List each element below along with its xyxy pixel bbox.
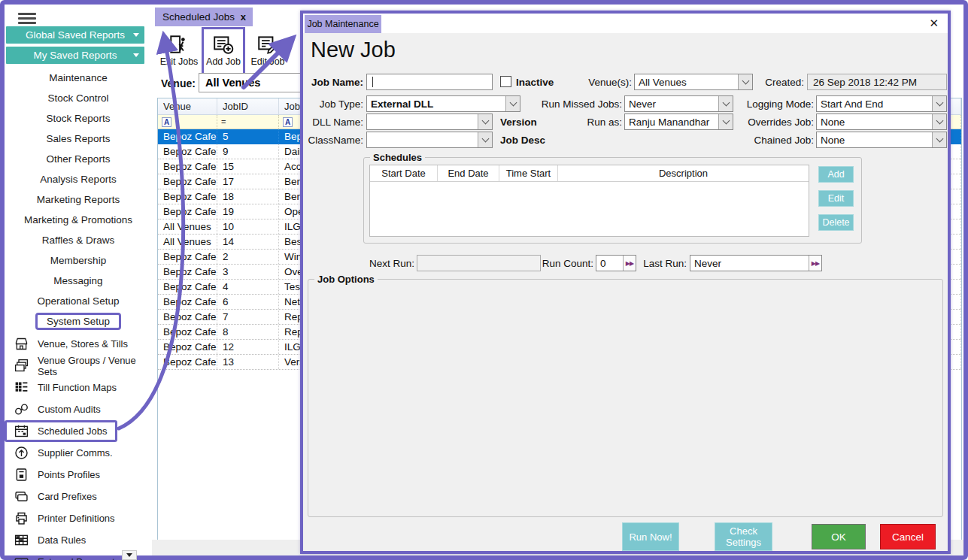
group-label: Global Saved Reports [26,29,125,41]
sidebar-setup-items: Venue, Stores & TillsVenue Groups / Venu… [5,333,152,560]
chevron-down-icon [505,96,520,111]
sidebar-item-messaging[interactable]: Messaging [5,271,152,291]
created-value: 26 Sep 2018 12:42 PM [807,74,947,90]
app-window: Global Saved Reports My Saved Reports Ma… [0,0,968,560]
sidebar-item-stock-control[interactable]: Stock Control [5,88,152,108]
sidebar-item-sales-reports[interactable]: Sales Reports [5,129,152,149]
tab-scheduled-jobs[interactable]: Scheduled Jobs x [155,8,253,26]
last-run-field[interactable]: Never ▶▶ [690,255,822,271]
add-job-button[interactable]: Add Job [202,27,245,77]
cell-jobid: 14 [217,235,279,249]
sidebar-item-analysis-reports[interactable]: Analysis Reports [5,169,152,189]
sidebar-group-my-saved-reports[interactable]: My Saved Reports [6,47,144,64]
cell-jobid: 15 [217,159,279,174]
cell-venue: Bepoz Cafe [158,204,217,219]
text-filter-icon[interactable]: A [162,117,171,127]
storefront-icon [14,336,29,352]
cell-venue: Bepoz Cafe [158,129,217,144]
calendar-icon [14,423,29,439]
job-type-dropdown[interactable]: External DLL [366,95,520,112]
sidebar-item-venue-stores-tills[interactable]: Venue, Stores & Tills [5,333,152,355]
sidebar-item-till-function-maps[interactable]: Till Function Maps [5,377,152,398]
cell-jobid: 12 [217,340,279,354]
cell-venue: Bepoz Cafe [158,340,217,354]
schedules-legend: Schedules [370,152,425,163]
dll-name-dropdown[interactable] [366,114,493,130]
schedule-add-button[interactable]: Add [818,166,854,183]
venues-label: Venue(s): [559,74,632,90]
job-desc-label: Job Desc [500,132,554,148]
schedule-edit-button[interactable]: Edit [818,190,854,207]
sidebar-item-other-reports[interactable]: Other Reports [5,149,152,169]
sidebar-item-custom-audits[interactable]: Custom Audits [5,398,152,420]
sidebar-item-marketing-reports[interactable]: Marketing Reports [5,189,152,210]
chevron-down-icon [718,96,733,111]
text-filter-icon[interactable]: A [283,117,293,127]
sidebar-item-card-prefixes[interactable]: Card Prefixes [5,486,152,507]
fast-forward-icon[interactable]: ▶▶ [623,256,636,271]
banknote-icon [14,554,29,560]
add-job-icon [212,33,235,56]
fast-forward-icon[interactable]: ▶▶ [809,256,821,271]
sidebar-item-venue-groups-venue-sets[interactable]: Venue Groups / Venue Sets [5,355,152,377]
sidebar-group-global-saved-reports[interactable]: Global Saved Reports [6,26,144,44]
cancel-button[interactable]: Cancel [880,524,936,549]
sidebar-item-raffles-draws[interactable]: Raffles & Draws [5,230,152,250]
exit-jobs-button[interactable]: Exit Jobs [157,29,201,73]
edit-job-button[interactable]: Edit Job [246,29,290,73]
upload-circle-icon [14,445,29,461]
sidebar-item-points-profiles[interactable]: Points Profiles [5,464,152,486]
job-type-label: Job Type: [303,95,363,112]
run-as-dropdown[interactable]: Ranju Manandhar [624,114,733,130]
check-settings-button[interactable]: Check Settings [715,522,772,551]
sidebar-item-membership[interactable]: Membership [5,250,152,271]
run-now-button[interactable]: Run Now! [622,522,679,551]
chained-job-dropdown[interactable]: None [816,132,947,148]
schedules-column-end-date[interactable]: End Date [438,165,499,181]
schedules-column-time-start[interactable]: Time Start [499,165,558,181]
venue-filter-label: Venue: [161,77,196,89]
text-cursor [372,77,373,87]
sidebar-scroll-down-button[interactable] [122,550,137,560]
cell-jobid: 2 [217,250,279,264]
sidebar-item-printer-definitions[interactable]: Printer Definitions [5,507,152,529]
next-run-field[interactable] [417,255,541,271]
schedules-column-description[interactable]: Description [558,165,809,181]
menu-icon[interactable] [18,11,36,26]
column-header-jobid[interactable]: JobID [217,98,279,114]
inactive-checkbox[interactable] [500,76,511,87]
overrides-job-dropdown[interactable]: None [816,114,947,130]
cell-jobid: 3 [217,265,279,279]
venue-groups-icon [14,358,29,374]
equals-filter-icon[interactable]: = [221,117,226,126]
chevron-down-icon [718,114,733,129]
logging-mode-dropdown[interactable]: Start And End [816,95,947,112]
sidebar-item-marketing-promotions[interactable]: Marketing & Promotions [5,210,152,230]
run-missed-jobs-dropdown[interactable]: Never [624,95,733,112]
sidebar-item-supplier-comms[interactable]: Supplier Comms. [5,442,152,464]
job-options-legend: Job Options [314,274,378,285]
sidebar-item-stock-reports[interactable]: Stock Reports [5,108,152,129]
sidebar-item-scheduled-jobs[interactable]: Scheduled Jobs [5,420,117,442]
sidebar-item-data-rules[interactable]: Data Rules [5,529,152,551]
run-count-spinner[interactable]: 0 ▶▶ [596,255,636,271]
ok-button[interactable]: OK [812,524,866,549]
dialog-titlebar: Job Maintenance ✕ [303,14,948,33]
chevron-down-icon [932,96,946,111]
venues-dropdown[interactable]: All Venues [634,74,753,90]
sidebar-item-maintenance[interactable]: Maintenance [5,68,152,88]
logging-mode-label: Logging Mode: [739,95,814,112]
schedule-delete-button[interactable]: Delete [818,214,854,231]
sidebar-item-system-setup[interactable]: System Setup [5,311,152,331]
job-name-input[interactable] [366,74,493,90]
dialog-close-icon[interactable]: ✕ [929,17,939,30]
cell-venue: All Venues [158,219,217,234]
sidebar-item-operational-setup[interactable]: Operational Setup [5,291,152,311]
cell-jobid: 17 [217,174,279,189]
schedules-column-start-date[interactable]: Start Date [370,165,438,181]
tab-close-icon[interactable]: x [241,11,246,23]
cell-jobid: 4 [217,280,279,294]
tab-label: Scheduled Jobs [162,11,235,23]
classname-dropdown[interactable] [366,132,493,148]
column-header-venue[interactable]: Venue [158,98,217,114]
